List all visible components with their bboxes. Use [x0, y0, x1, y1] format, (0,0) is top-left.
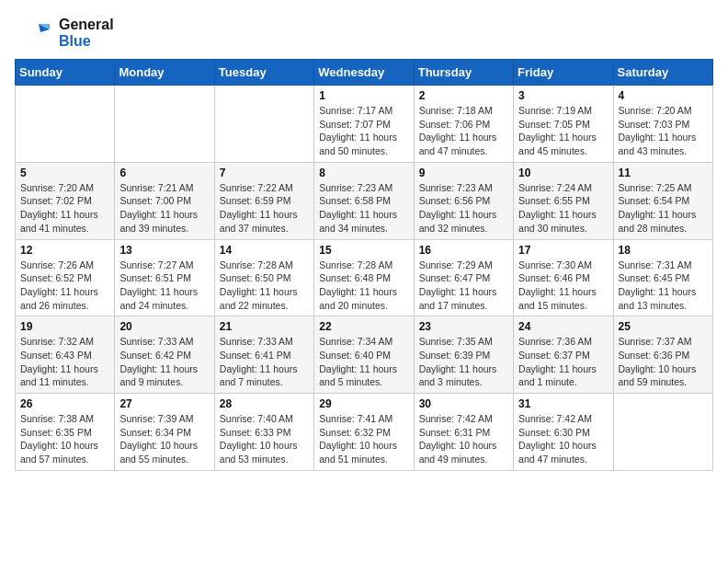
- day-number: 27: [119, 397, 209, 410]
- day-info: Sunrise: 7:41 AM Sunset: 6:32 PM Dayligh…: [319, 412, 408, 466]
- day-number: 10: [518, 167, 608, 179]
- calendar-cell: [115, 86, 214, 163]
- day-number: 23: [419, 320, 508, 333]
- day-number: 25: [619, 320, 708, 333]
- calendar-cell: 6Sunrise: 7:21 AM Sunset: 7:00 PM Daylig…: [115, 162, 214, 239]
- calendar-cell: 18Sunrise: 7:31 AM Sunset: 6:45 PM Dayli…: [613, 239, 712, 316]
- day-info: Sunrise: 7:20 AM Sunset: 7:03 PM Dayligh…: [619, 104, 708, 158]
- logo: GeneralBlue: [15, 15, 114, 52]
- page-header: GeneralBlue: [15, 15, 713, 52]
- day-number: 30: [419, 397, 508, 410]
- calendar-cell: [613, 394, 712, 471]
- day-number: 9: [419, 167, 508, 179]
- day-number: 28: [220, 397, 309, 410]
- calendar-cell: 31Sunrise: 7:42 AM Sunset: 6:30 PM Dayli…: [514, 394, 613, 471]
- weekday-header: Monday: [115, 60, 214, 86]
- day-info: Sunrise: 7:25 AM Sunset: 6:54 PM Dayligh…: [619, 181, 708, 236]
- day-number: 31: [518, 397, 608, 410]
- day-info: Sunrise: 7:23 AM Sunset: 6:56 PM Dayligh…: [419, 181, 508, 236]
- calendar-cell: 13Sunrise: 7:27 AM Sunset: 6:51 PM Dayli…: [115, 239, 214, 316]
- day-number: 21: [220, 320, 309, 333]
- day-number: 1: [319, 89, 408, 102]
- calendar-cell: 14Sunrise: 7:28 AM Sunset: 6:50 PM Dayli…: [214, 239, 313, 316]
- calendar-cell: 22Sunrise: 7:34 AM Sunset: 6:40 PM Dayli…: [314, 316, 414, 394]
- day-number: 13: [119, 244, 209, 257]
- calendar-week-row: 12Sunrise: 7:26 AM Sunset: 6:52 PM Dayli…: [16, 239, 713, 316]
- calendar-cell: 1Sunrise: 7:17 AM Sunset: 7:07 PM Daylig…: [314, 86, 414, 163]
- day-info: Sunrise: 7:37 AM Sunset: 6:36 PM Dayligh…: [619, 335, 708, 389]
- calendar-cell: 25Sunrise: 7:37 AM Sunset: 6:36 PM Dayli…: [613, 316, 712, 394]
- day-info: Sunrise: 7:26 AM Sunset: 6:52 PM Dayligh…: [20, 259, 109, 313]
- day-info: Sunrise: 7:29 AM Sunset: 6:47 PM Dayligh…: [419, 259, 508, 313]
- weekday-header: Tuesday: [214, 60, 313, 86]
- calendar-cell: 16Sunrise: 7:29 AM Sunset: 6:47 PM Dayli…: [414, 239, 513, 316]
- calendar-cell: [16, 86, 115, 163]
- calendar-cell: 23Sunrise: 7:35 AM Sunset: 6:39 PM Dayli…: [414, 316, 513, 394]
- calendar-header-row: SundayMondayTuesdayWednesdayThursdayFrid…: [16, 60, 713, 86]
- calendar-cell: 29Sunrise: 7:41 AM Sunset: 6:32 PM Dayli…: [314, 394, 414, 471]
- day-info: Sunrise: 7:24 AM Sunset: 6:55 PM Dayligh…: [518, 181, 608, 236]
- logo-blue: Blue: [59, 33, 114, 50]
- calendar-cell: 27Sunrise: 7:39 AM Sunset: 6:34 PM Dayli…: [115, 394, 214, 471]
- day-info: Sunrise: 7:31 AM Sunset: 6:45 PM Dayligh…: [619, 259, 708, 313]
- day-number: 6: [119, 167, 209, 179]
- day-number: 8: [319, 167, 408, 179]
- day-number: 4: [619, 89, 708, 102]
- calendar-week-row: 19Sunrise: 7:32 AM Sunset: 6:43 PM Dayli…: [16, 316, 713, 394]
- day-info: Sunrise: 7:22 AM Sunset: 6:59 PM Dayligh…: [220, 181, 309, 236]
- day-number: 24: [518, 320, 608, 333]
- calendar-cell: 4Sunrise: 7:20 AM Sunset: 7:03 PM Daylig…: [613, 86, 712, 163]
- day-info: Sunrise: 7:28 AM Sunset: 6:48 PM Dayligh…: [319, 259, 408, 313]
- calendar-cell: 26Sunrise: 7:38 AM Sunset: 6:35 PM Dayli…: [16, 394, 115, 471]
- calendar-cell: 15Sunrise: 7:28 AM Sunset: 6:48 PM Dayli…: [314, 239, 414, 316]
- calendar-cell: 21Sunrise: 7:33 AM Sunset: 6:41 PM Dayli…: [214, 316, 313, 394]
- day-number: 29: [319, 397, 408, 410]
- day-info: Sunrise: 7:38 AM Sunset: 6:35 PM Dayligh…: [20, 412, 109, 466]
- day-info: Sunrise: 7:32 AM Sunset: 6:43 PM Dayligh…: [20, 335, 109, 389]
- day-number: 19: [20, 320, 109, 333]
- calendar-cell: 8Sunrise: 7:23 AM Sunset: 6:58 PM Daylig…: [314, 162, 414, 239]
- calendar-week-row: 5Sunrise: 7:20 AM Sunset: 7:02 PM Daylig…: [16, 162, 713, 239]
- calendar-cell: 9Sunrise: 7:23 AM Sunset: 6:56 PM Daylig…: [414, 162, 513, 239]
- calendar-cell: 30Sunrise: 7:42 AM Sunset: 6:31 PM Dayli…: [414, 394, 513, 471]
- day-number: 22: [319, 320, 408, 333]
- logo-general: General: [59, 17, 114, 33]
- calendar-cell: 20Sunrise: 7:33 AM Sunset: 6:42 PM Dayli…: [115, 316, 214, 394]
- weekday-header: Friday: [514, 60, 613, 86]
- day-info: Sunrise: 7:28 AM Sunset: 6:50 PM Dayligh…: [220, 259, 309, 313]
- day-info: Sunrise: 7:33 AM Sunset: 6:42 PM Dayligh…: [119, 335, 209, 389]
- weekday-header: Saturday: [613, 60, 712, 86]
- day-number: 15: [319, 244, 408, 257]
- calendar-cell: 28Sunrise: 7:40 AM Sunset: 6:33 PM Dayli…: [214, 394, 313, 471]
- day-info: Sunrise: 7:33 AM Sunset: 6:41 PM Dayligh…: [220, 335, 309, 389]
- day-info: Sunrise: 7:27 AM Sunset: 6:51 PM Dayligh…: [119, 259, 209, 313]
- calendar-table: SundayMondayTuesdayWednesdayThursdayFrid…: [15, 59, 713, 471]
- calendar-cell: 24Sunrise: 7:36 AM Sunset: 6:37 PM Dayli…: [514, 316, 613, 394]
- day-number: 5: [20, 167, 109, 179]
- day-info: Sunrise: 7:42 AM Sunset: 6:31 PM Dayligh…: [419, 412, 508, 466]
- calendar-week-row: 26Sunrise: 7:38 AM Sunset: 6:35 PM Dayli…: [16, 394, 713, 471]
- calendar-cell: 11Sunrise: 7:25 AM Sunset: 6:54 PM Dayli…: [613, 162, 712, 239]
- day-number: 20: [119, 320, 209, 333]
- day-info: Sunrise: 7:34 AM Sunset: 6:40 PM Dayligh…: [319, 335, 408, 389]
- day-number: 7: [220, 167, 309, 179]
- calendar-cell: 7Sunrise: 7:22 AM Sunset: 6:59 PM Daylig…: [214, 162, 313, 239]
- day-info: Sunrise: 7:36 AM Sunset: 6:37 PM Dayligh…: [518, 335, 608, 389]
- weekday-header: Thursday: [414, 60, 513, 86]
- day-number: 2: [419, 89, 508, 102]
- day-info: Sunrise: 7:19 AM Sunset: 7:05 PM Dayligh…: [518, 104, 608, 158]
- day-info: Sunrise: 7:17 AM Sunset: 7:07 PM Dayligh…: [319, 104, 408, 158]
- day-number: 26: [20, 397, 109, 410]
- day-info: Sunrise: 7:39 AM Sunset: 6:34 PM Dayligh…: [119, 412, 209, 466]
- day-number: 17: [518, 244, 608, 257]
- day-info: Sunrise: 7:35 AM Sunset: 6:39 PM Dayligh…: [419, 335, 508, 389]
- day-number: 11: [619, 167, 708, 179]
- day-info: Sunrise: 7:18 AM Sunset: 7:06 PM Dayligh…: [419, 104, 508, 158]
- logo-bird-icon: [15, 15, 55, 52]
- weekday-header: Sunday: [16, 60, 115, 86]
- calendar-cell: 5Sunrise: 7:20 AM Sunset: 7:02 PM Daylig…: [16, 162, 115, 239]
- calendar-cell: 3Sunrise: 7:19 AM Sunset: 7:05 PM Daylig…: [514, 86, 613, 163]
- day-info: Sunrise: 7:23 AM Sunset: 6:58 PM Dayligh…: [319, 181, 408, 236]
- day-number: 16: [419, 244, 508, 257]
- day-number: 12: [20, 244, 109, 257]
